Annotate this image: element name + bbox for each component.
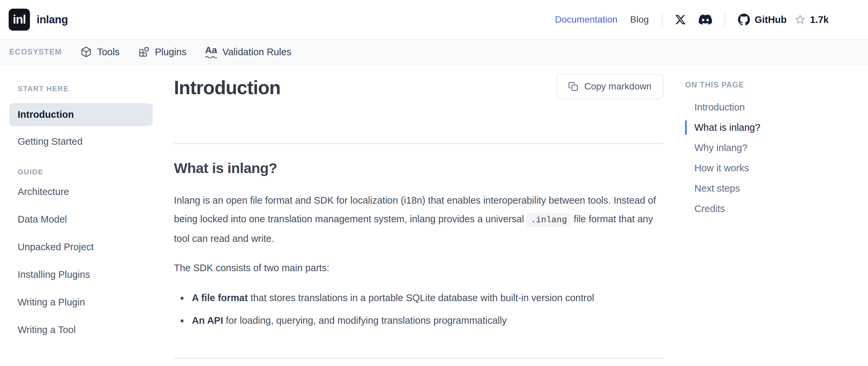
spellcheck-icon: Aa — [205, 45, 217, 58]
copy-markdown-label: Copy markdown — [584, 81, 651, 92]
copy-markdown-button[interactable]: Copy markdown — [556, 74, 663, 99]
sidebar-item-data-model[interactable]: Data Model — [9, 214, 153, 225]
discord-link[interactable] — [699, 14, 712, 25]
header-divider — [661, 13, 662, 26]
sidebar-item-introduction[interactable]: Introduction — [9, 103, 153, 126]
inlang-code-chip: .inlang — [526, 213, 572, 227]
logo-text: inl — [13, 13, 26, 27]
title-row: Introduction Copy markdown — [174, 74, 663, 99]
bullet-bold-text: An API — [192, 315, 223, 326]
toc-item-why-inlang[interactable]: Why inlang? — [685, 141, 868, 155]
intro-paragraph: Inlang is an open file format and SDK fo… — [174, 191, 659, 248]
star-count: 1.7k — [810, 14, 829, 25]
list-item-file-format: A file format that stores translations i… — [189, 288, 663, 307]
copy-icon — [568, 82, 578, 92]
list-item-api: An API for loading, querying, and modify… — [189, 311, 663, 330]
ecosystem-item-validation-rules[interactable]: Aa Validation Rules — [205, 45, 291, 58]
sidebar-section-title: GUIDE — [9, 168, 153, 176]
sdk-parts-list: A file format that stores translations i… — [189, 288, 663, 330]
x-twitter-icon — [675, 14, 686, 25]
top-header: inl inlang Documentation Blog GitHub — [0, 0, 868, 39]
sidebar-item-writing-a-tool[interactable]: Writing a Tool — [9, 325, 153, 335]
sidebar-item-writing-a-plugin[interactable]: Writing a Plugin — [9, 297, 153, 308]
sidebar-item-architecture[interactable]: Architecture — [9, 186, 153, 197]
sidebar-item-installing-plugins[interactable]: Installing Plugins — [9, 269, 153, 280]
discord-icon — [699, 14, 712, 25]
brand[interactable]: inl inlang — [9, 9, 68, 31]
on-this-page-toc: ON THIS PAGE Introduction What is inlang… — [673, 65, 868, 359]
docs-sidebar: START HERE Introduction Getting Started … — [0, 65, 165, 359]
nav-link-blog[interactable]: Blog — [630, 14, 649, 25]
page-title: Introduction — [174, 77, 280, 98]
toc-item-what-is-inlang[interactable]: What is inlang? — [685, 120, 868, 135]
x-twitter-link[interactable] — [675, 14, 686, 25]
toc-item-next-steps[interactable]: Next steps — [685, 181, 868, 196]
github-link[interactable]: GitHub 1.7k — [738, 13, 829, 26]
page-layout: START HERE Introduction Getting Started … — [0, 65, 868, 359]
sdk-parts-paragraph: The SDK consists of two main parts: — [174, 258, 659, 277]
sidebar-section-guide: GUIDE Architecture Data Model Unpacked P… — [9, 168, 153, 335]
nav-link-documentation[interactable]: Documentation — [555, 14, 618, 25]
ecosystem-label: ECOSYSTEM — [9, 48, 62, 57]
ecosystem-item-label: Validation Rules — [222, 47, 291, 58]
inlang-logo: inl — [9, 9, 30, 31]
bullet-bold-text: A file format — [192, 293, 248, 303]
ecosystem-bar: ECOSYSTEM Tools Plugins Aa Validation Ru… — [0, 39, 868, 65]
ecosystem-item-label: Tools — [97, 47, 120, 58]
sidebar-item-unpacked-project[interactable]: Unpacked Project — [9, 242, 153, 252]
cube-icon — [81, 46, 92, 58]
bottom-divider — [174, 358, 663, 359]
star-outline-icon — [795, 14, 805, 25]
github-label: GitHub — [754, 14, 787, 25]
blocks-icon — [138, 46, 150, 58]
sidebar-item-getting-started[interactable]: Getting Started — [9, 136, 153, 147]
header-nav: Documentation Blog GitHub 1.7k — [555, 13, 829, 26]
brand-name: inlang — [37, 13, 68, 26]
github-icon — [738, 13, 750, 26]
ecosystem-item-label: Plugins — [155, 47, 187, 58]
bullet-text: for loading, querying, and modifying tra… — [223, 315, 507, 326]
section-heading-what-is-inlang: What is inlang? — [174, 160, 663, 176]
ecosystem-item-tools[interactable]: Tools — [81, 46, 120, 58]
toc-title: ON THIS PAGE — [685, 81, 868, 90]
ecosystem-item-plugins[interactable]: Plugins — [138, 46, 187, 58]
toc-item-introduction[interactable]: Introduction — [685, 100, 868, 115]
toc-item-how-it-works[interactable]: How it works — [685, 161, 868, 175]
sidebar-section-start-here: START HERE Introduction Getting Started — [9, 85, 153, 147]
bullet-text: that stores translations in a portable S… — [248, 293, 594, 303]
toc-item-credits[interactable]: Credits — [685, 202, 868, 216]
header-divider — [725, 13, 725, 26]
sidebar-section-title: START HERE — [9, 85, 153, 93]
content-divider — [174, 143, 663, 144]
main-content: Introduction Copy markdown What is inlan… — [165, 65, 673, 359]
